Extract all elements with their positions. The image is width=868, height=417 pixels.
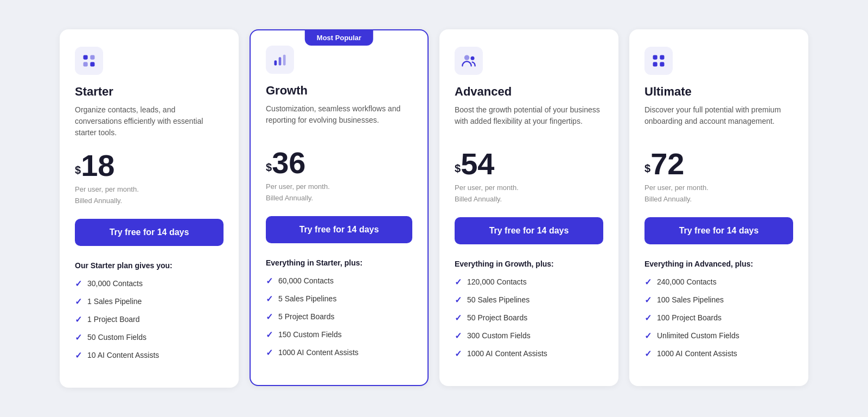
svg-rect-5 xyxy=(279,58,282,66)
check-icon: ✓ xyxy=(75,332,82,343)
check-icon: ✓ xyxy=(455,349,462,359)
check-icon: ✓ xyxy=(75,296,82,307)
price-amount: 18 xyxy=(81,150,114,181)
plan-price: $ 72 xyxy=(644,149,793,179)
feature-item: ✓ 300 Custom Fields xyxy=(455,331,603,341)
cta-button-starter[interactable]: Try free for 14 days xyxy=(75,219,224,246)
features-heading: Our Starter plan gives you: xyxy=(75,261,224,270)
feature-text: Unlimited Custom Fields xyxy=(657,331,739,340)
svg-point-8 xyxy=(471,56,475,60)
feature-text: 1000 AI Content Assists xyxy=(657,349,737,358)
feature-item: ✓ 30,000 Contacts xyxy=(75,279,224,289)
svg-rect-6 xyxy=(283,55,286,66)
svg-rect-1 xyxy=(90,55,94,60)
price-dollar-sign: $ xyxy=(644,162,650,175)
plan-name: Starter xyxy=(75,85,224,99)
feature-text: 150 Custom Fields xyxy=(278,330,342,339)
feature-item: ✓ 100 Sales Pipelines xyxy=(644,295,793,305)
plan-price: $ 18 xyxy=(75,150,224,181)
feature-text: 100 Sales Pipelines xyxy=(657,295,724,304)
feature-list: ✓ 60,000 Contacts ✓ 5 Sales Pipelines ✓ … xyxy=(266,276,412,358)
plan-description: Organize contacts, leads, and conversati… xyxy=(75,104,224,138)
feature-item: ✓ 50 Sales Pipelines xyxy=(455,295,603,305)
price-dollar-sign: $ xyxy=(266,161,272,174)
feature-item: ✓ 60,000 Contacts xyxy=(266,276,412,286)
feature-item: ✓ 5 Sales Pipelines xyxy=(266,294,412,304)
feature-text: 50 Custom Fields xyxy=(87,333,146,342)
check-icon: ✓ xyxy=(455,277,462,287)
svg-rect-4 xyxy=(275,60,277,65)
most-popular-badge: Most Popular xyxy=(305,30,373,46)
check-icon: ✓ xyxy=(75,314,82,325)
cta-button-growth[interactable]: Try free for 14 days xyxy=(266,216,412,243)
feature-item: ✓ 50 Project Boards xyxy=(455,313,603,323)
plan-card-starter: Starter Organize contacts, leads, and co… xyxy=(60,29,239,388)
feature-text: 30,000 Contacts xyxy=(87,279,143,288)
check-icon: ✓ xyxy=(75,279,82,289)
plan-card-advanced: Advanced Boost the growth potential of y… xyxy=(439,29,618,386)
price-amount: 54 xyxy=(461,149,494,179)
feature-text: 50 Sales Pipelines xyxy=(467,295,529,304)
feature-item: ✓ 50 Custom Fields xyxy=(75,332,224,343)
price-meta: Per user, per month.Billed Annually. xyxy=(75,184,224,207)
price-meta: Per user, per month.Billed Annually. xyxy=(266,181,412,204)
check-icon: ✓ xyxy=(455,313,462,323)
plan-price: $ 54 xyxy=(455,149,603,179)
svg-rect-11 xyxy=(653,62,658,67)
price-amount: 72 xyxy=(650,149,684,179)
cta-button-ultimate[interactable]: Try free for 14 days xyxy=(644,217,793,244)
plan-icon-advanced xyxy=(455,47,483,75)
svg-point-7 xyxy=(464,55,469,60)
svg-rect-12 xyxy=(660,62,664,67)
feature-item: ✓ 150 Custom Fields xyxy=(266,330,412,340)
features-heading: Everything in Starter, plus: xyxy=(266,258,412,267)
check-icon: ✓ xyxy=(644,277,652,287)
price-amount: 36 xyxy=(272,148,305,178)
check-icon: ✓ xyxy=(644,331,652,341)
svg-rect-2 xyxy=(84,62,88,67)
plan-description: Customization, seamless workflows and re… xyxy=(266,103,412,136)
plan-name: Advanced xyxy=(455,85,603,99)
features-heading: Everything in Advanced, plus: xyxy=(644,260,793,268)
feature-text: 120,000 Contacts xyxy=(467,277,527,286)
check-icon: ✓ xyxy=(455,295,462,305)
check-icon: ✓ xyxy=(455,331,462,341)
feature-text: 60,000 Contacts xyxy=(278,276,334,285)
cta-button-advanced[interactable]: Try free for 14 days xyxy=(455,217,603,244)
feature-text: 5 Sales Pipelines xyxy=(278,294,336,303)
feature-text: 1000 AI Content Assists xyxy=(278,348,359,357)
feature-text: 5 Project Boards xyxy=(278,312,335,321)
check-icon: ✓ xyxy=(266,294,273,304)
feature-item: ✓ 1000 AI Content Assists xyxy=(455,349,603,359)
svg-rect-10 xyxy=(660,55,664,60)
plan-icon-starter xyxy=(75,47,103,75)
plan-card-ultimate: Ultimate Discover your full potential wi… xyxy=(629,29,808,386)
feature-item: ✓ Unlimited Custom Fields xyxy=(644,331,793,341)
feature-item: ✓ 1 Project Board xyxy=(75,314,224,325)
check-icon: ✓ xyxy=(644,313,652,323)
feature-text: 1000 AI Content Assists xyxy=(467,349,547,358)
feature-text: 50 Project Boards xyxy=(467,313,527,322)
check-icon: ✓ xyxy=(644,349,652,359)
feature-text: 100 Project Boards xyxy=(657,313,722,322)
plan-description: Discover your full potential with premiu… xyxy=(644,104,793,137)
plan-price: $ 36 xyxy=(266,148,412,178)
plan-icon-ultimate xyxy=(644,47,673,75)
check-icon: ✓ xyxy=(266,348,273,358)
plan-name: Ultimate xyxy=(644,85,793,99)
feature-list: ✓ 240,000 Contacts ✓ 100 Sales Pipelines… xyxy=(644,277,793,359)
feature-text: 10 AI Content Assists xyxy=(87,351,159,359)
feature-text: 1 Sales Pipeline xyxy=(87,297,142,306)
price-meta: Per user, per month.Billed Annually. xyxy=(644,182,793,205)
plan-icon-growth xyxy=(266,46,294,74)
feature-text: 1 Project Board xyxy=(87,315,140,324)
feature-item: ✓ 240,000 Contacts xyxy=(644,277,793,287)
check-icon: ✓ xyxy=(644,295,652,305)
feature-item: ✓ 1 Sales Pipeline xyxy=(75,296,224,307)
feature-text: 300 Custom Fields xyxy=(467,331,531,340)
price-dollar-sign: $ xyxy=(75,164,81,176)
svg-rect-3 xyxy=(90,62,94,67)
check-icon: ✓ xyxy=(266,330,273,340)
plan-name: Growth xyxy=(266,84,412,98)
feature-text: 240,000 Contacts xyxy=(657,277,717,286)
